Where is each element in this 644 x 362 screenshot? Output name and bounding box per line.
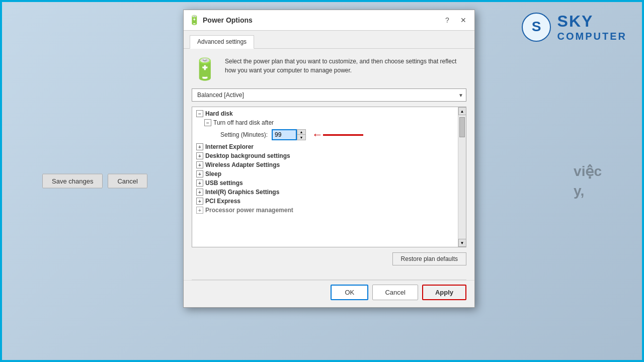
plan-dropdown-row: Balanced [Active] High performance Power… (192, 88, 466, 102)
scrollbar-down-button[interactable]: ▼ (458, 239, 466, 247)
help-button[interactable]: ? (441, 14, 453, 26)
tree-item-sleep[interactable]: + Sleep (192, 169, 458, 178)
tree-label-sleep: Sleep (205, 170, 221, 177)
plus-icon-ie: + (196, 143, 203, 150)
tree-label-pci: PCI Express (205, 198, 240, 205)
tree-item-processor[interactable]: + Processor power management (192, 206, 458, 215)
dialog-buttons: OK Cancel Apply (184, 280, 474, 307)
sky-logo-icon: S (521, 12, 551, 42)
dialog-title: Power Options (203, 16, 253, 24)
tree-label-hard-disk: Hard disk (205, 110, 233, 117)
restore-defaults-button[interactable]: Restore plan defaults (392, 252, 466, 265)
plus-icon-desktop: + (196, 152, 203, 159)
bg-cancel-button[interactable]: Cancel (108, 174, 147, 189)
dialog-content: 🔋 Select the power plan that you want to… (184, 49, 474, 280)
close-button[interactable]: ✕ (457, 14, 469, 26)
spinner-label: Setting (Minutes): (220, 131, 268, 138)
tree-item-pci[interactable]: + PCI Express (192, 197, 458, 206)
minus-icon: − (196, 110, 203, 117)
tree-item-turn-off-hdd[interactable]: − Turn off hard disk after (192, 118, 458, 127)
tree-item-hard-disk[interactable]: − Hard disk (192, 109, 458, 118)
tree-item-ie[interactable]: + Internet Explorer (192, 142, 458, 151)
red-arrow-line (323, 134, 363, 136)
spinner-up-button[interactable]: ▲ (297, 130, 305, 135)
tree-item-intel-graphics[interactable]: + Intel(R) Graphics Settings (192, 188, 458, 197)
background-buttons: Save changes Cancel (42, 174, 147, 189)
tree-label-desktop-bg: Desktop background settings (205, 152, 290, 159)
description-area: 🔋 Select the power plan that you want to… (192, 57, 466, 81)
scrollbar-track[interactable] (458, 115, 466, 239)
power-options-icon: 🔋 (189, 15, 200, 26)
sky-logo-text: SKY COMPUTER (557, 13, 627, 41)
tree-label-ie: Internet Explorer (205, 143, 254, 150)
plan-dropdown[interactable]: Balanced [Active] High performance Power… (192, 88, 466, 102)
settings-tree: − Hard disk − Turn off hard disk after S… (192, 107, 466, 247)
tree-content: − Hard disk − Turn off hard disk after S… (192, 107, 458, 247)
tree-item-desktop-bg[interactable]: + Desktop background settings (192, 151, 458, 160)
description-text: Select the power plan that you want to c… (225, 57, 466, 75)
cancel-button[interactable]: Cancel (372, 285, 418, 300)
svg-text:S: S (531, 19, 541, 34)
save-changes-button[interactable]: Save changes (42, 174, 103, 189)
minutes-spinner-input[interactable] (272, 129, 297, 140)
plus-icon-wireless: + (196, 161, 203, 168)
sky-computer-logo: S SKY COMPUTER (521, 12, 627, 42)
red-arrow-icon: ← (312, 128, 323, 141)
background-text: việc y, (574, 161, 602, 201)
tree-label-turn-off-hdd: Turn off hard disk after (213, 119, 274, 126)
plus-icon-intel: + (196, 189, 203, 196)
plus-icon-processor: + (196, 207, 203, 214)
tree-label-usb: USB settings (205, 179, 243, 187)
tree-item-wireless[interactable]: + Wireless Adapter Settings (192, 160, 458, 169)
power-options-dialog: 🔋 Power Options ? ✕ Advanced settings 🔋 … (183, 10, 475, 308)
plus-icon-sleep: + (196, 170, 203, 177)
plus-icon-usb: + (196, 179, 203, 187)
restore-row: Restore plan defaults (192, 252, 466, 265)
ok-button[interactable]: OK (331, 285, 368, 300)
scrollbar-up-button[interactable]: ▲ (458, 107, 466, 115)
scrollbar-thumb[interactable] (459, 117, 465, 137)
tab-bar: Advanced settings (184, 31, 474, 49)
tree-label-wireless: Wireless Adapter Settings (205, 161, 280, 168)
minus-icon-2: − (204, 119, 211, 126)
apply-button[interactable]: Apply (422, 285, 466, 300)
spinner-buttons: ▲ ▼ (297, 129, 306, 140)
tree-label-intel-graphics: Intel(R) Graphics Settings (205, 189, 279, 196)
dialog-titlebar: 🔋 Power Options ? ✕ (184, 10, 474, 31)
plus-icon-pci: + (196, 198, 203, 205)
tree-label-processor: Processor power management (205, 207, 293, 214)
tab-advanced-settings[interactable]: Advanced settings (190, 35, 254, 49)
power-plan-icon: 🔋 (192, 57, 218, 81)
tree-item-usb[interactable]: + USB settings (192, 178, 458, 188)
tree-scrollbar: ▲ ▼ (458, 107, 466, 247)
spinner-down-button[interactable]: ▼ (297, 135, 305, 140)
